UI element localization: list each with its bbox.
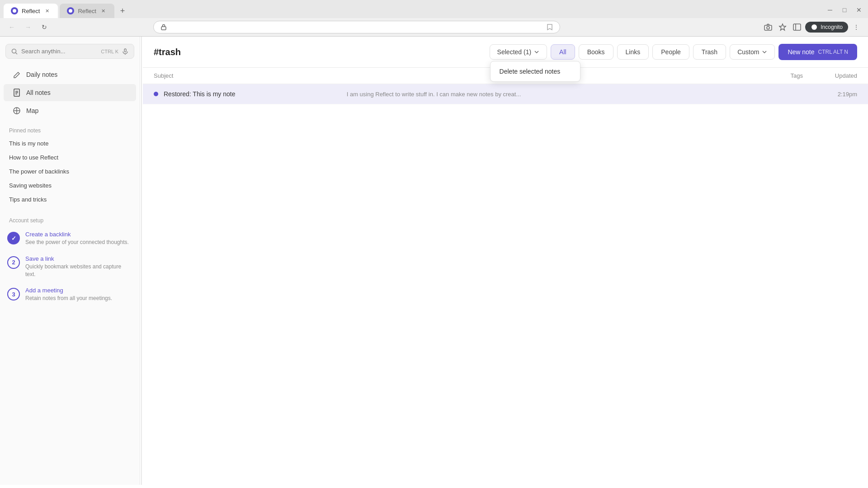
svg-point-9 (12, 49, 16, 53)
row-subject: Restored: This is my note (164, 90, 347, 98)
toolbar-icons: Incognito ⋮ (762, 21, 863, 33)
search-input[interactable]: Search anythin... (21, 48, 97, 55)
star-icon[interactable] (776, 21, 789, 33)
pinned-notes-title: Pinned notes (0, 124, 140, 136)
sidebar-icon[interactable] (791, 21, 803, 33)
sidebar-item-all-notes[interactable]: All notes (4, 84, 136, 101)
app-layout: Search anythin... CTRL K Daily notes All… (0, 37, 868, 485)
row-selected-indicator (154, 92, 158, 96)
tab-label-2: Reflect (78, 8, 96, 14)
forward-button[interactable]: → (22, 21, 34, 33)
sidebar-item-daily-notes-label: Daily notes (26, 71, 57, 78)
table-row[interactable]: Restored: This is my note I am using Ref… (143, 84, 868, 104)
tab-inactive[interactable]: Reflect ✕ (60, 4, 114, 18)
pinned-note-2[interactable]: How to use Reflect (0, 150, 140, 164)
chevron-down-icon (534, 49, 539, 55)
incognito-badge[interactable]: Incognito (805, 22, 848, 33)
resize-handle[interactable] (140, 37, 143, 485)
filter-btn-links[interactable]: Links (617, 44, 649, 60)
tab-close-1[interactable]: ✕ (43, 7, 51, 14)
svg-point-1 (69, 9, 72, 13)
selected-label: Selected (1) (497, 48, 531, 56)
tab-active[interactable]: Reflect ✕ (4, 4, 58, 18)
tab-bar: Reflect ✕ Reflect ✕ + ─ □ ✕ (0, 0, 868, 18)
col-header-updated: Updated (803, 72, 857, 79)
close-button[interactable]: ✕ (854, 5, 864, 15)
row-updated: 2:19pm (803, 91, 857, 98)
step-2-title[interactable]: Save a link (25, 255, 132, 262)
pinned-note-4[interactable]: Saving websites (0, 178, 140, 192)
tab-close-2[interactable]: ✕ (100, 7, 107, 14)
new-note-label: New note (788, 48, 814, 56)
incognito-label: Incognito (821, 24, 843, 30)
svg-line-10 (16, 52, 18, 54)
sidebar-item-map[interactable]: Map (4, 102, 136, 119)
browser-chrome: Reflect ✕ Reflect ✕ + ─ □ ✕ ← → ↻ reflec… (0, 0, 868, 37)
map-icon (13, 107, 21, 115)
address-bar-row: ← → ↻ reflect.app/g/johnbarad123/list/#t… (0, 18, 868, 36)
svg-point-4 (767, 27, 769, 29)
sidebar-item-daily-notes[interactable]: Daily notes (4, 66, 136, 83)
pinned-notes-section: Pinned notes This is my note How to use … (0, 124, 140, 206)
back-button[interactable]: ← (5, 21, 18, 33)
refresh-button[interactable]: ↻ (38, 21, 51, 33)
sidebar-item-map-label: Map (26, 107, 38, 114)
sidebar-search[interactable]: Search anythin... CTRL K (5, 44, 134, 59)
search-icon (11, 48, 18, 55)
step-3-desc: Retain notes from all your meetings. (25, 295, 112, 302)
col-header-subject: Subject (154, 72, 712, 79)
col-header-tags: Tags (712, 72, 803, 79)
row-preview: I am using Reflect to write stuff in. I … (347, 91, 712, 98)
custom-label: Custom (737, 48, 759, 56)
filter-bar: Selected (1) Delete selected notes All B… (490, 44, 857, 60)
sidebar-item-all-notes-label: All notes (26, 89, 51, 96)
pencil-icon (13, 70, 21, 79)
delete-selected-item[interactable]: Delete selected notes (492, 63, 578, 80)
filter-btn-trash[interactable]: Trash (693, 44, 726, 60)
step-1-title[interactable]: Create a backlink (25, 231, 129, 238)
microphone-icon[interactable] (122, 48, 128, 55)
step-2-text: Save a link Quickly bookmark websites an… (25, 255, 132, 278)
page-title: #trash (154, 47, 181, 57)
filter-btn-all[interactable]: All (551, 44, 575, 60)
tab-label-1: Reflect (22, 8, 40, 14)
file-icon (13, 89, 21, 97)
step-3-circle: 3 (7, 288, 20, 300)
step-3-title[interactable]: Add a meeting (25, 287, 112, 294)
pinned-note-5[interactable]: Tips and tricks (0, 192, 140, 206)
maximize-button[interactable]: □ (839, 5, 850, 15)
step-3-text: Add a meeting Retain notes from all your… (25, 287, 112, 302)
camera-icon[interactable] (762, 21, 774, 33)
svg-point-8 (811, 24, 817, 30)
account-setup-title: Account setup (0, 214, 140, 226)
svg-marker-5 (779, 24, 786, 30)
svg-rect-11 (124, 49, 126, 52)
window-controls: ─ □ ✕ (825, 5, 864, 17)
svg-rect-6 (793, 24, 801, 30)
bookmark-icon (546, 23, 553, 31)
tab-favicon-1 (11, 7, 18, 14)
filter-btn-people[interactable]: People (652, 44, 689, 60)
account-step-3: 3 Add a meeting Retain notes from all yo… (0, 282, 140, 307)
account-setup-section: Account setup ✓ Create a backlink See th… (0, 214, 140, 307)
menu-icon[interactable]: ⋮ (850, 21, 863, 33)
address-bar[interactable]: reflect.app/g/johnbarad123/list/#trash (153, 21, 560, 33)
sidebar: Search anythin... CTRL K Daily notes All… (0, 37, 140, 485)
selected-dropdown-button[interactable]: Selected (1) Delete selected notes (490, 44, 547, 60)
step-1-text: Create a backlink See the power of your … (25, 231, 129, 246)
pinned-note-3[interactable]: The power of backlinks (0, 164, 140, 178)
new-tab-button[interactable]: + (116, 5, 129, 17)
chevron-down-icon-custom (762, 49, 767, 55)
svg-rect-3 (764, 25, 772, 30)
pinned-note-1[interactable]: This is my note (0, 136, 140, 150)
filter-btn-custom[interactable]: Custom (730, 44, 775, 60)
new-note-button[interactable]: New note CTRL ALT N (778, 44, 857, 60)
svg-rect-2 (161, 27, 166, 30)
step-2-desc: Quickly bookmark websites and capture te… (25, 263, 132, 278)
step-2-circle: 2 (7, 256, 20, 269)
minimize-button[interactable]: ─ (825, 5, 835, 15)
address-input[interactable]: reflect.app/g/johnbarad123/list/#trash (171, 24, 542, 31)
sidebar-nav: Daily notes All notes Map (0, 66, 140, 120)
filter-btn-books[interactable]: Books (579, 44, 613, 60)
tab-favicon-2 (67, 7, 74, 14)
